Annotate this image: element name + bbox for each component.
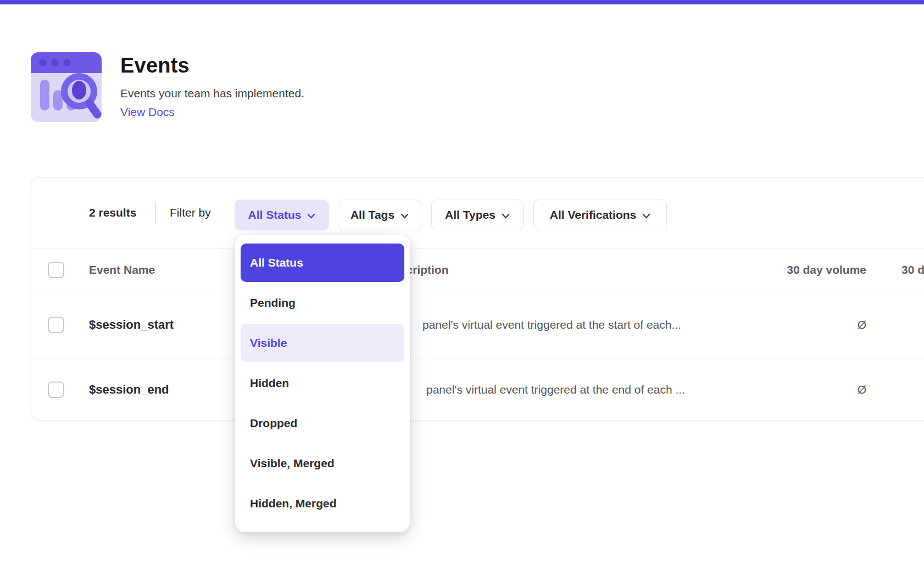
event-name[interactable]: $session_end [89,383,169,397]
filter-toolbar: 2 results Filter by All Status All Tags … [31,178,924,248]
types-filter-label: All Types [445,208,496,222]
status-dropdown-menu: All Status Pending Visible Hidden Droppe… [235,235,410,532]
column-header-event-name[interactable]: Event Name [89,263,155,277]
verifications-filter-label: All Verifications [550,208,637,222]
chevron-down-icon [642,213,650,219]
results-count: 2 results [89,206,136,219]
event-30-day-volume: Ø [858,383,866,396]
table-row[interactable]: $session_end panel's virtual event trigg… [31,358,924,421]
dropdown-item-dropped[interactable]: Dropped [241,404,404,443]
event-name[interactable]: $session_start [89,318,174,332]
dropdown-item-pending[interactable]: Pending [241,284,404,322]
event-description: panel's virtual event triggered at the e… [426,383,685,396]
top-accent-bar [0,0,924,4]
select-all-checkbox[interactable] [48,262,64,278]
row-checkbox[interactable] [48,382,64,398]
view-docs-link[interactable]: View Docs [120,106,304,119]
page-title: Events [120,54,304,78]
events-table-card: 2 results Filter by All Status All Tags … [31,177,924,421]
types-filter-button[interactable]: All Types [431,200,524,230]
divider [155,202,156,223]
chevron-down-icon [502,213,510,219]
page-subtitle: Events your team has implemented. [120,87,304,100]
chevron-down-icon [307,213,315,219]
chevron-down-icon [400,213,409,219]
status-filter-label: All Status [248,208,302,222]
dropdown-item-visible-merged[interactable]: Visible, Merged [241,444,404,483]
table-header-row: Event Name Description 30 day volume 30 … [31,248,924,291]
tags-filter-button[interactable]: All Tags [338,200,421,230]
filter-by-label: Filter by [170,206,211,219]
tags-filter-label: All Tags [350,208,394,222]
page-header: Events Events your team has implemented.… [31,52,304,122]
dropdown-item-all-status[interactable]: All Status [241,244,404,282]
status-filter-button[interactable]: All Status [235,200,329,230]
dropdown-item-hidden[interactable]: Hidden [241,364,404,402]
column-header-30-day-users-truncated[interactable]: 30 d [901,263,924,277]
event-30-day-volume: Ø [858,318,866,331]
column-header-30-day-volume[interactable]: 30 day volume [787,263,866,277]
row-checkbox[interactable] [48,317,64,333]
table-row[interactable]: $session_start panel's virtual event tri… [31,291,924,358]
dropdown-item-visible[interactable]: Visible [241,324,404,362]
dropdown-item-hidden-merged[interactable]: Hidden, Merged [241,484,404,523]
verifications-filter-button[interactable]: All Verifications [533,200,667,230]
event-description: panel's virtual event triggered at the s… [422,318,681,331]
events-lexicon-icon [31,52,102,122]
